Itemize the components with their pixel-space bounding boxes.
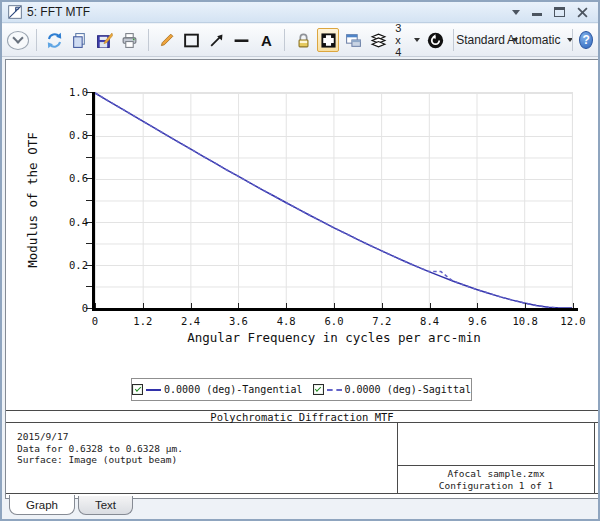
toolbar-separator: [148, 29, 149, 51]
close-button[interactable]: [577, 7, 588, 18]
automatic-label: Automatic: [504, 33, 563, 47]
toolbar-separator: [572, 29, 573, 51]
checkmark-icon: [315, 385, 321, 391]
window-settings-button[interactable]: [342, 28, 364, 52]
window-title: 5: FFT MTF: [27, 5, 512, 19]
update-button[interactable]: [424, 28, 446, 52]
refresh-icon: [46, 32, 63, 49]
automatic-dropdown[interactable]: Automatic: [513, 28, 565, 52]
annotation-wavelength: Data for 0.6328 to 0.6328 µm.: [17, 443, 397, 455]
chevron-down-icon: [12, 32, 23, 43]
x-axis-title: Angular Frequency in cycles per arc-min: [187, 330, 481, 345]
x-tick-label: 4.8: [277, 315, 296, 327]
y-tick-label: 1.0: [69, 86, 88, 98]
save-button[interactable]: [94, 28, 116, 52]
collapse-settings-button[interactable]: [7, 31, 29, 50]
fft-mtf-window: 5: FFT MTF: [0, 0, 600, 521]
y-axis-title: Modulus of the OTF: [25, 132, 40, 267]
standard-dropdown[interactable]: Standard: [461, 28, 510, 52]
grid-size-dropdown[interactable]: 3 x 4: [392, 28, 421, 52]
save-icon: [96, 32, 113, 49]
layers-icon: [370, 32, 387, 49]
annotation-section: 2015/9/17 Data for 0.6328 to 0.6328 µm. …: [6, 423, 598, 494]
y-tick-label: 0.2: [69, 259, 88, 271]
text-annotation-button[interactable]: A: [255, 28, 277, 52]
x-tick-label: 1.2: [133, 315, 152, 327]
x-tick-label: 9.6: [468, 315, 487, 327]
annotation-file-cell: Afocal sample.zmx Configuration 1 of 1: [398, 465, 594, 493]
lock-icon: [295, 32, 312, 49]
annotation-date: 2015/9/17: [17, 431, 397, 443]
chart-title-row: Polychromatic Diffraction MTF: [6, 410, 598, 423]
window-menu-caret-icon[interactable]: [512, 10, 520, 15]
rectangle-icon: [183, 32, 200, 49]
grid-size-label: 3 x 4: [393, 22, 410, 58]
configuration-label: Configuration 1 of 1: [398, 480, 594, 492]
tick-marks: [95, 92, 573, 308]
maximize-button[interactable]: [554, 7, 565, 17]
chart-title: Polychromatic Diffraction MTF: [210, 411, 393, 423]
annotation-text-block: 2015/9/17 Data for 0.6328 to 0.6328 µm. …: [6, 423, 397, 493]
legend-item-tangential: 0.0000 (deg)-Tangential: [132, 384, 302, 395]
arrow-annotation-button[interactable]: [205, 28, 227, 52]
x-tick-label: 0: [92, 315, 98, 327]
tangential-line-sample: [146, 389, 161, 391]
minimize-button[interactable]: [532, 13, 542, 16]
x-axis-line: [92, 308, 578, 311]
x-tick-labels: 01.22.43.64.86.07.28.49.610.812.0: [95, 315, 573, 327]
x-tick-label: 10.8: [513, 315, 538, 327]
tab-text[interactable]: Text: [78, 496, 133, 515]
rectangle-annotation-button[interactable]: [180, 28, 202, 52]
arrow-icon: [208, 32, 225, 49]
annotation-file-box: Afocal sample.zmx Configuration 1 of 1: [397, 423, 595, 493]
tangential-checkbox[interactable]: [132, 384, 143, 395]
print-icon: [121, 32, 138, 49]
help-button[interactable]: ?: [579, 31, 593, 49]
y-axis-line: [92, 92, 95, 311]
legend: 0.0000 (deg)-Tangential 0.0000 (deg)-Sag…: [131, 378, 472, 401]
annotation-empty-cell: [398, 423, 594, 465]
line-annotation-button[interactable]: [230, 28, 252, 52]
window-icon: [345, 32, 362, 49]
legend-label-sagittal: 0.0000 (deg)-Sagittal: [345, 384, 471, 395]
y-tick-labels: 1.00.80.60.40.20: [56, 92, 88, 308]
zemax-window-icon: [8, 5, 22, 19]
lens-file-name: Afocal sample.zmx: [398, 468, 594, 480]
layers-button[interactable]: [367, 28, 389, 52]
annotation-surface: Surface: Image (output beam): [17, 454, 397, 466]
line-icon: [233, 32, 250, 49]
toolbar-separator: [36, 29, 37, 51]
x-tick-label: 6.0: [325, 315, 344, 327]
toolbar: A: [2, 24, 598, 57]
pencil-icon: [158, 32, 175, 49]
lock-button[interactable]: [292, 28, 314, 52]
x-tick-label: 3.6: [229, 315, 248, 327]
legend-label-tangential: 0.0000 (deg)-Tangential: [164, 384, 302, 395]
tab-bar: Graph Text: [5, 496, 595, 517]
copy-button[interactable]: [69, 28, 91, 52]
legend-item-sagittal: 0.0000 (deg)-Sagittal: [313, 384, 471, 395]
fit-window-button[interactable]: [317, 28, 339, 52]
caret-down-icon: [414, 38, 420, 42]
update-icon: [427, 32, 444, 49]
print-button[interactable]: [119, 28, 141, 52]
refresh-button[interactable]: [44, 28, 66, 52]
fit-window-icon: [320, 32, 337, 49]
pencil-annotation-button[interactable]: [155, 28, 177, 52]
y-tick-label: 0.4: [69, 216, 88, 228]
checkmark-icon: [134, 385, 140, 391]
x-tick-label: 12.0: [560, 315, 585, 327]
y-tick-label: 0: [82, 302, 88, 314]
title-bar[interactable]: 5: FFT MTF: [2, 2, 598, 23]
caret-down-icon: [567, 38, 573, 42]
x-tick-label: 7.2: [372, 315, 391, 327]
text-tool-icon: A: [261, 33, 272, 48]
x-tick-label: 2.4: [181, 315, 200, 327]
copy-icon: [71, 32, 88, 49]
tab-graph[interactable]: Graph: [9, 495, 75, 515]
y-tick-label: 0.8: [69, 129, 88, 141]
x-tick-label: 8.4: [420, 315, 439, 327]
sagittal-checkbox[interactable]: [313, 384, 324, 395]
toolbar-separator: [284, 29, 285, 51]
y-tick-label: 0.6: [69, 172, 88, 184]
